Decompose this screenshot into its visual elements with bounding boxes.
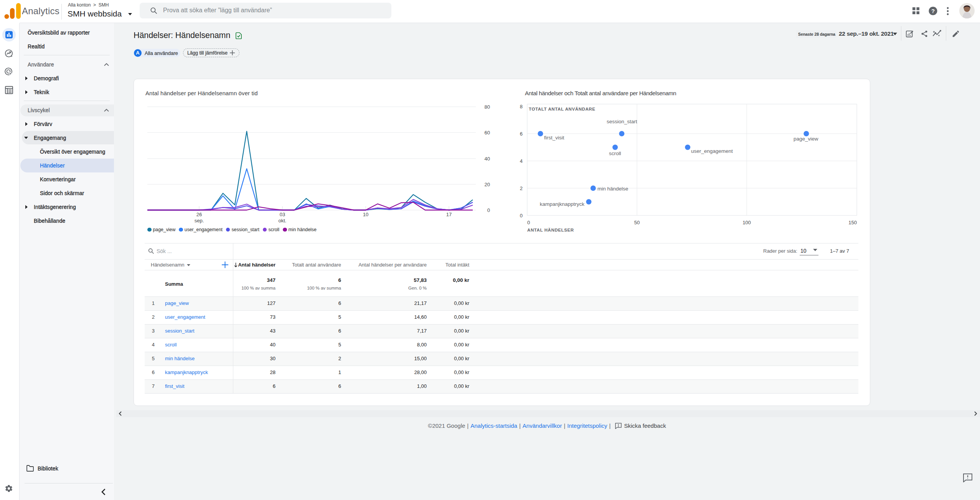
- svg-text:Antal händelser och Totalt ant: Antal händelser och Totalt antal använda…: [525, 90, 676, 96]
- svg-text:TOTALT ANTAL ANVÄNDARE: TOTALT ANTAL ANVÄNDARE: [529, 107, 596, 111]
- svg-text:okt.: okt.: [279, 218, 287, 224]
- svg-text:6: 6: [520, 131, 523, 137]
- svg-text:2: 2: [520, 185, 523, 191]
- svg-text:100: 100: [742, 220, 751, 225]
- svg-text:first_visit: first_visit: [544, 135, 564, 141]
- svg-text:0: 0: [520, 213, 523, 219]
- svg-text:17: 17: [446, 212, 452, 217]
- svg-text:10: 10: [363, 212, 368, 217]
- svg-text:sep.: sep.: [195, 218, 204, 224]
- svg-text:page_view: page_view: [794, 136, 818, 142]
- svg-text:session_start: session_start: [607, 119, 637, 124]
- svg-text:user_engagement: user_engagement: [691, 148, 733, 154]
- svg-text:60: 60: [485, 130, 490, 136]
- svg-text:0: 0: [527, 220, 530, 225]
- svg-text:80: 80: [485, 104, 490, 110]
- svg-text:ANTAL HÄNDELSER: ANTAL HÄNDELSER: [527, 228, 574, 232]
- svg-text:40: 40: [485, 156, 490, 162]
- svg-text:20: 20: [485, 182, 490, 187]
- svg-text:Antal händelser per Händelsena: Antal händelser per Händelsenamn över ti…: [145, 90, 258, 96]
- svg-text:min händelse: min händelse: [597, 186, 628, 192]
- svg-text:scroll: scroll: [609, 151, 621, 156]
- svg-text:?: ?: [931, 8, 935, 14]
- svg-text:4: 4: [520, 158, 523, 164]
- svg-text:26: 26: [196, 212, 202, 217]
- svg-text:0: 0: [487, 207, 490, 213]
- svg-text:150: 150: [848, 220, 857, 225]
- svg-text:03: 03: [280, 212, 285, 217]
- svg-text:kampanjknapptryck: kampanjknapptryck: [540, 201, 585, 207]
- svg-text:50: 50: [634, 220, 640, 225]
- svg-text:8: 8: [520, 104, 523, 109]
